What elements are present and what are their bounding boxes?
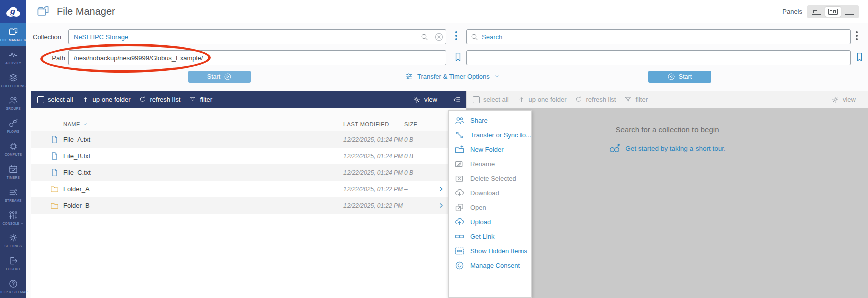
file-name[interactable]: File_A.txt — [63, 136, 343, 143]
up-one-folder-button[interactable]: up one folder — [82, 96, 131, 103]
sidebar-item-timers[interactable]: TIMERS — [0, 160, 26, 183]
panel-layout-double-button[interactable] — [825, 7, 841, 17]
search-menu-kebab-icon[interactable] — [856, 31, 858, 40]
filter-button-right[interactable]: filter — [624, 96, 648, 103]
search-icon — [470, 33, 479, 41]
sidebar-item-compute[interactable]: COMPUTE — [0, 137, 26, 160]
sidebar-item-console[interactable]: CONSOLE — [0, 206, 26, 229]
start-transfer-right-button[interactable]: Start — [648, 71, 711, 83]
sidebar-item-flows[interactable]: FLOWS — [0, 114, 26, 137]
table-row[interactable]: Folder_B 12/22/2025, 01:22 PM – — [31, 197, 466, 214]
column-header-modified[interactable]: LAST MODIFIED — [343, 121, 404, 127]
sidebar-item-file-manager[interactable]: FILE MANAGER — [0, 23, 26, 46]
filter-button[interactable]: filter — [189, 96, 212, 103]
start-transfer-left-button[interactable]: Start — [188, 71, 251, 83]
select-all-button[interactable]: select all — [37, 96, 73, 103]
refresh-list-button[interactable]: refresh list — [139, 96, 180, 103]
path-input[interactable] — [68, 50, 446, 65]
open-folder-chevron-icon[interactable] — [437, 202, 445, 209]
streams-icon — [8, 187, 18, 197]
console-icon — [8, 210, 18, 220]
table-row[interactable]: File_B.txt 12/22/2025, 01:24 PM 0 B — [31, 148, 466, 164]
link-icon — [454, 231, 465, 242]
table-row[interactable]: File_A.txt 12/22/2025, 01:24 PM 0 B — [31, 131, 466, 148]
groups-icon — [8, 95, 18, 105]
refresh-list-button-right[interactable]: refresh list — [575, 96, 616, 103]
sidebar-item-settings[interactable]: SETTINGS — [0, 229, 26, 252]
table-header: NAME LAST MODIFIED SIZE — [31, 108, 466, 131]
transfer-timer-options-toggle[interactable]: Transfer & Timer Options — [405, 72, 500, 80]
collection-input[interactable] — [68, 29, 446, 44]
menu-item-new-folder[interactable]: New Folder — [449, 142, 531, 157]
context-menu: Share Transfer or Sync to... New Folder … — [448, 110, 532, 298]
sidebar-item-activity[interactable]: ACTIVITY — [0, 46, 26, 69]
menu-item-label: Manage Consent — [470, 262, 520, 269]
sidebar-item-label: FILE MANAGER — [0, 38, 26, 42]
menu-item-share[interactable]: Share — [449, 113, 531, 128]
file-name[interactable]: Folder_B — [63, 202, 343, 209]
file-icon — [45, 135, 63, 144]
menu-item-rename[interactable]: Rename — [449, 157, 531, 171]
globus-logo[interactable]: g — [0, 0, 26, 23]
up-one-folder-label: up one folder — [93, 96, 131, 103]
collection-menu-kebab-icon[interactable] — [455, 31, 457, 40]
view-button[interactable]: view — [413, 96, 437, 104]
gear-icon — [413, 96, 421, 104]
sidebar-item-logout[interactable]: LOGOUT — [0, 252, 26, 275]
menu-item-open[interactable]: Open — [449, 200, 531, 215]
menu-item-show-hidden-items[interactable]: Show Hidden Items — [449, 244, 531, 258]
table-row[interactable]: File_C.txt 12/22/2025, 01:24 PM 0 B — [31, 164, 466, 181]
timers-icon — [8, 164, 18, 174]
delete-icon — [454, 173, 465, 184]
refresh-icon — [139, 96, 146, 103]
sidebar-item-label: GROUPS — [6, 107, 21, 110]
sidebar-item-groups[interactable]: GROUPS — [0, 91, 26, 114]
share-icon — [454, 115, 465, 126]
tour-link-label: Get started by taking a short tour. — [625, 145, 726, 152]
menu-item-manage-consent[interactable]: Manage Consent — [449, 258, 531, 273]
collapse-menu-icon[interactable] — [452, 95, 461, 104]
sidebar-item-collections[interactable]: COLLECTIONS — [0, 69, 26, 92]
sidebar-item-help-sitemap[interactable]: HELP & SITEMAP — [0, 275, 26, 298]
panel-layout-single-button[interactable] — [809, 7, 824, 17]
flows-icon — [8, 118, 18, 128]
menu-item-label: Delete Selected — [470, 175, 516, 182]
path-input-right[interactable] — [466, 50, 851, 65]
file-name[interactable]: Folder_A — [63, 185, 343, 193]
select-all-checkbox-right[interactable] — [473, 96, 480, 103]
bookmark-icon[interactable] — [453, 52, 463, 62]
sidebar-item-label: FLOWS — [7, 130, 20, 133]
play-left-icon — [667, 73, 675, 81]
panels-toggle — [807, 5, 859, 18]
menu-item-upload[interactable]: Upload — [449, 215, 531, 229]
open-folder-chevron-icon[interactable] — [437, 185, 445, 193]
file-icon — [45, 168, 63, 177]
file-manager-app: g FILE MANAGER ACTIVITY COLLECTIONS GROU… — [0, 0, 868, 298]
search-collection-input[interactable] — [466, 29, 851, 44]
column-header-name[interactable]: NAME — [63, 121, 343, 127]
file-size: – — [404, 202, 436, 209]
table-row[interactable]: Folder_A 12/22/2025, 01:22 PM – — [31, 181, 466, 197]
upload-icon — [454, 217, 465, 227]
panel-layout-wide-button[interactable] — [842, 7, 857, 17]
select-all-checkbox[interactable] — [37, 96, 44, 103]
file-name[interactable]: File_B.txt — [63, 152, 343, 160]
menu-item-get-link[interactable]: Get Link — [449, 229, 531, 244]
open-icon — [454, 202, 465, 213]
sidebar-item-streams[interactable]: STREAMS — [0, 183, 26, 206]
column-header-size[interactable]: SIZE — [404, 121, 436, 127]
activity-icon — [8, 50, 18, 60]
bookmark-right-icon[interactable] — [854, 52, 865, 62]
page-title: File Manager — [57, 6, 115, 17]
menu-item-download[interactable]: Download — [449, 186, 531, 200]
menu-item-delete-selected[interactable]: Delete Selected — [449, 171, 531, 186]
wide-panel-icon — [845, 9, 854, 15]
up-one-folder-button-right[interactable]: up one folder — [517, 96, 567, 103]
file-name[interactable]: File_C.txt — [63, 169, 343, 176]
view-button-right[interactable]: view — [831, 96, 856, 104]
collection-clear-icon[interactable] — [434, 32, 444, 42]
select-all-button-right[interactable]: select all — [473, 96, 509, 103]
collection-search-icon[interactable] — [420, 33, 429, 41]
menu-item-transfer-or-sync-to[interactable]: Transfer or Sync to... — [449, 128, 531, 142]
transfer-icon — [454, 130, 465, 140]
